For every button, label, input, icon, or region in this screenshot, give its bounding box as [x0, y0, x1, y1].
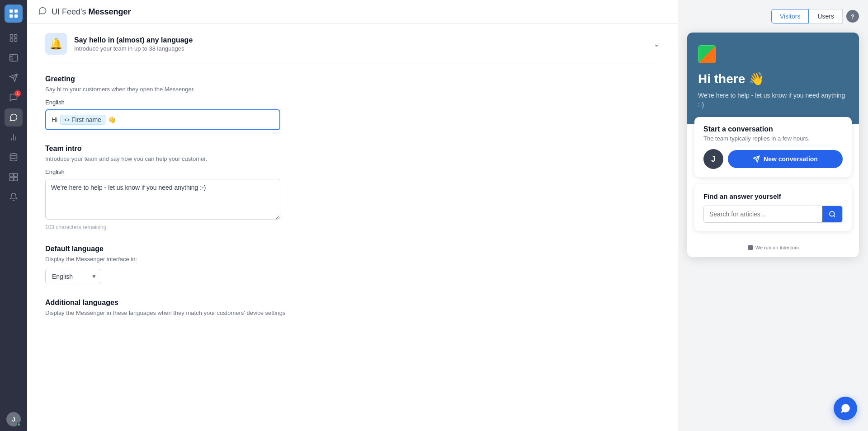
greeting-hi-text: Hi	[52, 116, 57, 123]
sidebar-item-alerts[interactable]	[5, 188, 23, 206]
footer-text: We run on Intercom	[755, 245, 799, 250]
team-intro-textarea[interactable]: We're here to help - let us know if you …	[45, 179, 280, 220]
svg-rect-4	[10, 35, 13, 37]
svg-point-24	[830, 211, 835, 216]
search-input[interactable]	[704, 206, 822, 222]
sidebar: 1 J	[0, 0, 27, 431]
search-bar	[703, 206, 843, 223]
preview-panel: Visitors Users ? Hi there 👋 We're here t…	[678, 0, 868, 431]
messenger-subtext: We're here to help - let us know if you …	[698, 91, 848, 110]
brand-avatar-inner	[698, 46, 716, 63]
messenger-brand	[698, 45, 848, 63]
svg-rect-21	[14, 178, 18, 181]
settings-panel: UI Feed's Messenger 🔔 Say hello in (almo…	[27, 0, 678, 431]
find-answer-card: Find an answer yourself	[694, 184, 852, 231]
greeting-language-label: English	[45, 99, 660, 106]
tag-code-icon: <>	[64, 117, 70, 122]
greeting-emoji: 👋	[108, 116, 116, 123]
svg-rect-2	[9, 14, 13, 18]
svg-point-17	[10, 154, 17, 156]
additional-languages-section: Additional languages Display the Messeng…	[45, 299, 660, 316]
help-icon[interactable]: ?	[846, 10, 859, 23]
inbox-badge: 1	[14, 90, 21, 97]
greeting-description: Say hi to your customers when they open …	[45, 86, 660, 93]
svg-rect-20	[10, 178, 14, 181]
svg-rect-3	[14, 14, 18, 18]
firstname-tag[interactable]: <> First name	[60, 115, 105, 125]
sidebar-item-apps[interactable]	[5, 168, 23, 186]
svg-line-25	[834, 216, 835, 217]
sidebar-bottom: J	[6, 412, 21, 426]
messenger-footer: We run on Intercom	[687, 238, 859, 257]
svg-rect-1	[14, 9, 18, 13]
messenger-icon	[38, 6, 47, 17]
chevron-down-icon[interactable]: ⌄	[653, 39, 660, 49]
sidebar-item-grid[interactable]	[5, 29, 23, 47]
sidebar-item-contacts[interactable]	[5, 49, 23, 67]
top-bar: UI Feed's Messenger	[27, 0, 678, 24]
sidebar-item-send[interactable]	[5, 69, 23, 87]
sidebar-logo[interactable]	[5, 5, 23, 23]
greeting-input[interactable]: Hi <> First name 👋	[45, 109, 280, 130]
messenger-widget: Hi there 👋 We're here to help - let us k…	[687, 33, 859, 257]
default-language-title: Default language	[45, 245, 660, 253]
team-intro-title: Team intro	[45, 145, 660, 153]
team-intro-section: Team intro Introduce your team and say h…	[45, 145, 660, 230]
svg-rect-7	[14, 39, 17, 42]
sidebar-item-messenger[interactable]	[5, 108, 23, 126]
svg-rect-6	[10, 39, 13, 42]
section-title: Say hello in (almost) any language	[74, 36, 193, 44]
team-intro-description: Introduce your team and say how you can …	[45, 155, 660, 162]
section-header[interactable]: 🔔 Say hello in (almost) any language Int…	[45, 24, 660, 64]
messenger-user-avatar: J	[703, 149, 723, 169]
main-content: UI Feed's Messenger 🔔 Say hello in (almo…	[27, 0, 868, 431]
tab-users[interactable]: Users	[809, 9, 843, 23]
messenger-greeting: Hi there 👋	[698, 71, 848, 86]
section-icon: 🔔	[45, 33, 67, 55]
page-title: UI Feed's Messenger	[52, 7, 131, 17]
messenger-body: Start a conversation The team typically …	[687, 117, 859, 257]
language-select[interactable]: English Spanish French German Italian Po…	[45, 269, 101, 284]
tab-visitors[interactable]: Visitors	[771, 9, 809, 23]
svg-rect-0	[9, 9, 13, 13]
start-conversation-actions: J New conversation	[703, 149, 843, 169]
new-conversation-button[interactable]: New conversation	[728, 150, 843, 168]
sidebar-item-inbox[interactable]: 1	[5, 89, 23, 107]
svg-rect-8	[10, 55, 18, 61]
team-intro-language-label: English	[45, 169, 660, 175]
content-body: 🔔 Say hello in (almost) any language Int…	[27, 24, 678, 349]
section-info: Say hello in (almost) any language Intro…	[74, 36, 193, 52]
user-avatar[interactable]: J	[6, 412, 21, 426]
preview-tabs: Visitors Users ?	[687, 9, 859, 23]
default-language-description: Display the Messenger interface in:	[45, 256, 660, 262]
start-conversation-title: Start a conversation	[703, 125, 843, 133]
floating-chat-button[interactable]	[834, 397, 857, 420]
sidebar-item-reports[interactable]	[5, 128, 23, 146]
greeting-title: Greeting	[45, 75, 660, 83]
section-subtitle: Introduce your team in up to 38 language…	[74, 45, 193, 52]
sidebar-item-data[interactable]	[5, 148, 23, 166]
svg-rect-26	[748, 245, 753, 250]
start-conversation-card: Start a conversation The team typically …	[694, 117, 852, 177]
additional-languages-title: Additional languages	[45, 299, 660, 307]
greeting-section: Greeting Say hi to your customers when t…	[45, 75, 660, 130]
tag-label: First name	[71, 116, 101, 123]
brand-avatar	[698, 45, 716, 63]
messenger-header: Hi there 👋 We're here to help - let us k…	[687, 33, 859, 124]
language-select-wrapper: English Spanish French German Italian Po…	[45, 269, 101, 284]
default-language-section: Default language Display the Messenger i…	[45, 245, 660, 284]
additional-languages-description: Display the Messenger in these languages…	[45, 309, 660, 316]
svg-rect-18	[10, 173, 14, 177]
svg-rect-5	[14, 35, 17, 37]
intercom-logo: We run on Intercom	[747, 244, 799, 251]
char-count: 103 characters remaining	[45, 224, 660, 230]
find-answer-title: Find an answer yourself	[703, 192, 843, 200]
online-indicator	[17, 422, 21, 426]
start-conversation-desc: The team typically replies in a few hour…	[703, 135, 843, 142]
search-button[interactable]	[822, 206, 842, 222]
new-conversation-label: New conversation	[764, 155, 818, 163]
section-header-left: 🔔 Say hello in (almost) any language Int…	[45, 33, 193, 55]
svg-rect-19	[14, 173, 18, 177]
